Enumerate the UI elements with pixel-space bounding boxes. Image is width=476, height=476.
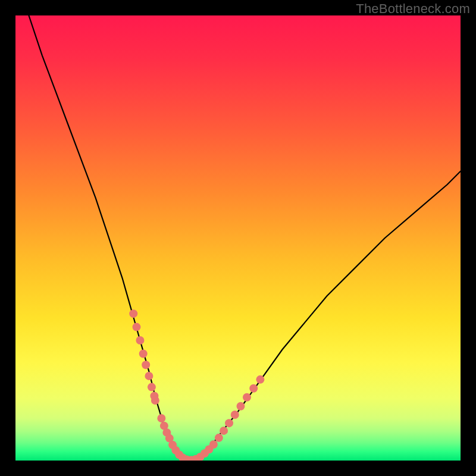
attribution-label: TheBottleneck.com [356,1,470,17]
marker-dot [157,414,165,422]
chart-svg [15,15,461,461]
marker-dot [148,383,156,392]
marker-dot [231,411,239,419]
marker-dot [256,375,264,384]
marker-dot [220,427,228,435]
marker-dot [145,372,153,380]
bottleneck-curve [29,15,461,461]
chart-frame: TheBottleneck.com [0,0,476,476]
marker-dot [209,440,218,449]
marker-dot [136,336,144,345]
plot-area [15,15,461,461]
marker-dot [243,393,251,402]
marker-dot [225,419,233,427]
marker-dot [236,402,245,411]
marker-dot [132,323,140,331]
marker-dot [129,309,137,318]
marker-dot [151,396,159,405]
marker-dot [139,349,148,358]
marker-dot [215,434,223,442]
marker-group [129,309,264,461]
marker-dot [249,384,258,393]
marker-dot [142,361,150,369]
